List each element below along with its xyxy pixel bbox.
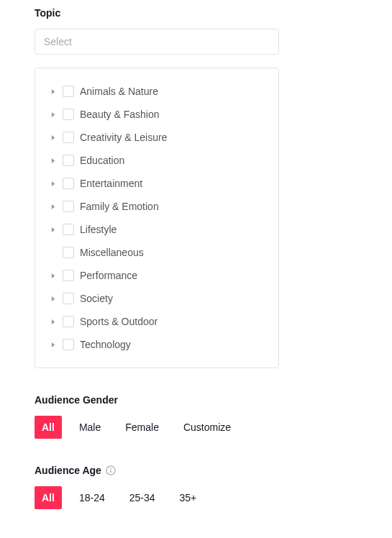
topic-label: Miscellaneous bbox=[80, 247, 144, 258]
topic-item[interactable]: Family & Emotion bbox=[50, 195, 264, 218]
topic-item[interactable]: Lifestyle bbox=[50, 218, 264, 241]
chevron-right-icon[interactable] bbox=[50, 111, 57, 118]
topic-item[interactable]: Animals & Nature bbox=[50, 80, 264, 103]
age-title-text: Audience Age bbox=[35, 465, 101, 476]
age-option[interactable]: 25-34 bbox=[122, 486, 163, 509]
topic-label: Sports & Outdoor bbox=[80, 316, 158, 327]
chevron-right-icon[interactable] bbox=[50, 341, 57, 348]
gender-option[interactable]: Female bbox=[118, 416, 166, 439]
topic-label: Technology bbox=[80, 339, 131, 350]
topic-title: Topic bbox=[35, 7, 357, 19]
chevron-right-icon[interactable] bbox=[50, 180, 57, 187]
topic-checkbox[interactable] bbox=[63, 109, 74, 120]
chevron-right-icon[interactable] bbox=[50, 203, 57, 210]
info-icon bbox=[106, 465, 116, 475]
topic-label: Performance bbox=[80, 270, 137, 281]
topic-item[interactable]: Entertainment bbox=[50, 172, 264, 195]
chevron-right-icon[interactable] bbox=[50, 134, 57, 141]
chevron-right-icon[interactable] bbox=[50, 272, 57, 279]
topic-label: Animals & Nature bbox=[80, 86, 158, 97]
topic-checkbox[interactable] bbox=[63, 293, 74, 304]
topic-label: Beauty & Fashion bbox=[80, 109, 160, 120]
topic-label: Creativity & Leisure bbox=[80, 132, 167, 143]
topic-panel: Animals & NatureBeauty & FashionCreativi… bbox=[35, 68, 279, 368]
topic-label: Family & Emotion bbox=[80, 201, 159, 212]
topic-label: Entertainment bbox=[80, 178, 142, 189]
topic-checkbox[interactable] bbox=[63, 270, 74, 281]
topic-label: Lifestyle bbox=[80, 224, 117, 235]
topic-select-input[interactable] bbox=[35, 29, 279, 55]
topic-item[interactable]: Sports & Outdoor bbox=[50, 310, 264, 333]
age-options: All18-2425-3435+ bbox=[35, 486, 357, 509]
topic-item[interactable]: Creativity & Leisure bbox=[50, 126, 264, 149]
chevron-right-icon[interactable] bbox=[50, 295, 57, 302]
chevron-right-icon[interactable] bbox=[50, 318, 57, 325]
svg-rect-2 bbox=[110, 470, 111, 473]
topic-item[interactable]: Technology bbox=[50, 333, 264, 356]
chevron-right-icon[interactable] bbox=[50, 157, 57, 164]
chevron-right-icon[interactable] bbox=[50, 226, 57, 233]
gender-title: Audience Gender bbox=[35, 394, 357, 406]
topic-checkbox[interactable] bbox=[63, 316, 74, 327]
topic-item[interactable]: Performance bbox=[50, 264, 264, 287]
topic-item[interactable]: Beauty & Fashion bbox=[50, 103, 264, 126]
topic-checkbox[interactable] bbox=[63, 155, 74, 166]
svg-point-1 bbox=[110, 468, 111, 470]
topic-item[interactable]: Education bbox=[50, 149, 264, 172]
age-option[interactable]: 18-24 bbox=[72, 486, 112, 509]
topic-item[interactable]: Society bbox=[50, 287, 264, 310]
topic-checkbox[interactable] bbox=[63, 86, 74, 97]
topic-checkbox[interactable] bbox=[63, 178, 74, 189]
topic-section: Topic Animals & NatureBeauty & FashionCr… bbox=[35, 7, 357, 368]
gender-options: AllMaleFemaleCustomize bbox=[35, 416, 357, 439]
topic-checkbox[interactable] bbox=[63, 201, 74, 212]
age-option[interactable]: 35+ bbox=[173, 486, 204, 509]
topic-checkbox[interactable] bbox=[63, 247, 74, 258]
gender-option[interactable]: Male bbox=[72, 416, 108, 439]
gender-option[interactable]: All bbox=[35, 416, 62, 439]
topic-checkbox[interactable] bbox=[63, 339, 74, 350]
topic-checkbox[interactable] bbox=[63, 132, 74, 143]
topic-item[interactable]: Miscellaneous bbox=[50, 241, 264, 264]
age-section: Audience Age All18-2425-3435+ bbox=[35, 465, 357, 509]
age-title: Audience Age bbox=[35, 465, 357, 476]
topic-checkbox[interactable] bbox=[63, 224, 74, 235]
gender-section: Audience Gender AllMaleFemaleCustomize bbox=[35, 394, 357, 439]
topic-label: Education bbox=[80, 155, 124, 166]
chevron-right-icon[interactable] bbox=[50, 88, 57, 95]
gender-option[interactable]: Customize bbox=[176, 416, 238, 439]
topic-label: Society bbox=[80, 293, 113, 304]
age-option[interactable]: All bbox=[35, 486, 62, 509]
